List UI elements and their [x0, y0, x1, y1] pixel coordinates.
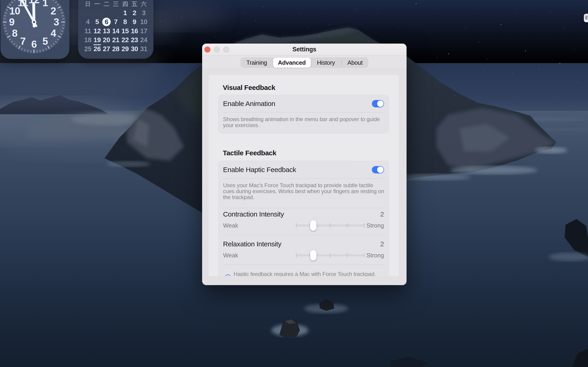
calendar-day[interactable]: 8 — [120, 17, 130, 26]
calendar-day[interactable]: 19 — [93, 35, 102, 44]
slider-tick — [330, 253, 331, 258]
slider-tick — [296, 223, 297, 228]
clock-number: 1 — [43, 0, 48, 8]
window-titlebar[interactable]: Settings — [202, 44, 406, 56]
traffic-lights — [204, 47, 229, 52]
tactile-feedback-card: Enable Haptic Feedback Uses your Mac's F… — [218, 161, 389, 276]
calendar-day[interactable]: 31 — [139, 44, 149, 53]
calendar-day — [83, 8, 93, 17]
calendar-day[interactable]: 29 — [120, 44, 130, 53]
calendar-day-header: 二 — [102, 0, 111, 8]
slider-thumb[interactable] — [310, 220, 317, 231]
tab-training[interactable]: Training — [241, 58, 273, 68]
calendar-day[interactable]: 1 — [120, 8, 130, 17]
toggle-knob — [377, 100, 384, 107]
clock-widget[interactable]: 121234567891011 — [0, 0, 69, 59]
tab-history[interactable]: History — [311, 58, 341, 68]
calendar-day[interactable]: 9 — [130, 17, 139, 26]
calendar-day[interactable]: 12 — [93, 27, 102, 35]
calendar-day — [111, 8, 121, 17]
clock-number: 8 — [12, 27, 17, 39]
calendar-day[interactable]: 15 — [120, 27, 130, 35]
contraction-slider[interactable] — [296, 225, 364, 226]
calendar-day[interactable]: 10 — [139, 17, 149, 26]
calendar-day-header: 六 — [139, 0, 149, 8]
calendar-day[interactable]: 18 — [83, 35, 93, 44]
calendar-day — [102, 8, 111, 17]
calendar-day[interactable]: 20 — [102, 35, 111, 44]
calendar-day[interactable]: 7 — [111, 17, 121, 26]
slider-tick — [296, 253, 297, 258]
calendar-day[interactable]: 5 — [93, 17, 102, 26]
calendar-day — [93, 8, 102, 17]
contraction-intensity-label: Contraction Intensity — [223, 210, 284, 218]
calendar-day[interactable]: 24 — [139, 35, 149, 44]
calendar-day-header: 日 — [83, 0, 93, 8]
calendar-day[interactable]: 16 — [130, 27, 139, 35]
tab-about[interactable]: About — [342, 58, 368, 68]
calendar-day[interactable]: 28 — [111, 44, 121, 53]
calendar-widget[interactable]: 日一二三四五六123456789101112131415161718192021… — [78, 0, 153, 59]
contraction-slider-row: Weak Strong — [219, 220, 389, 231]
slider-tick — [364, 253, 365, 258]
slider-thumb[interactable] — [310, 250, 317, 261]
calendar-day[interactable]: 23 — [130, 35, 139, 44]
contraction-intensity-row: Contraction Intensity 2 — [219, 208, 389, 220]
enable-haptic-label: Enable Haptic Feedback — [223, 166, 296, 174]
tab-toolbar: Training Advanced History About — [202, 56, 406, 68]
clock-number: 5 — [43, 35, 48, 47]
tab-segmented-control: Training Advanced History About — [241, 57, 368, 68]
enable-animation-row: Enable Animation — [219, 95, 389, 112]
calendar-day[interactable]: 14 — [111, 27, 121, 35]
calendar-day[interactable]: 4 — [83, 17, 93, 26]
relaxation-intensity-label: Relaxation Intensity — [223, 240, 281, 248]
relaxation-intensity-row: Relaxation Intensity 2 — [219, 238, 389, 250]
tactile-feedback-heading: Tactile Feedback — [223, 149, 399, 157]
relaxation-intensity-value: 2 — [380, 240, 384, 248]
slider-tick — [364, 223, 365, 228]
minimize-button[interactable] — [214, 47, 220, 52]
enable-animation-label: Enable Animation — [223, 100, 275, 108]
clock-number: 9 — [9, 16, 14, 28]
calendar-day[interactable]: 27 — [102, 44, 111, 53]
calendar-day[interactable]: 2 — [130, 8, 139, 17]
calendar-day[interactable]: 13 — [102, 27, 111, 35]
settings-window[interactable]: Settings Training Advanced History About… — [202, 44, 406, 285]
strong-label: Strong — [366, 222, 384, 229]
settings-scroll-panel[interactable]: Visual Feedback Enable Animation Shows b… — [209, 75, 399, 276]
calendar-day[interactable]: 11 — [83, 27, 93, 35]
tab-advanced[interactable]: Advanced — [273, 58, 311, 68]
calendar-day-header: 三 — [111, 0, 121, 8]
calendar-day[interactable]: 30 — [130, 44, 139, 53]
clock-number: 7 — [20, 35, 26, 47]
relaxation-slider[interactable] — [296, 254, 364, 256]
calendar-day[interactable]: 22 — [120, 35, 130, 44]
calendar-day[interactable]: 17 — [139, 27, 149, 35]
info-icon: i — [225, 274, 231, 276]
edge-widget-fragment — [584, 14, 588, 22]
calendar-day-header: 五 — [130, 0, 139, 8]
enable-haptic-toggle[interactable] — [372, 166, 384, 173]
weak-label: Weak — [223, 222, 238, 229]
slider-tick — [347, 223, 348, 228]
close-button[interactable] — [204, 47, 210, 52]
zoom-button[interactable] — [223, 47, 229, 52]
calendar-day[interactable]: 26 — [93, 44, 102, 53]
haptic-info-row: i Haptic feedback requires a Mac with Fo… — [219, 265, 389, 276]
calendar-grid: 日一二三四五六123456789101112131415161718192021… — [83, 0, 148, 53]
clock-number: 3 — [53, 16, 59, 28]
calendar-selected-day[interactable]: 6 — [102, 17, 111, 26]
calendar-day[interactable]: 25 — [83, 44, 93, 53]
enable-haptic-row: Enable Haptic Feedback — [219, 161, 389, 178]
calendar-day-header: 一 — [93, 0, 102, 8]
weak-label: Weak — [223, 252, 238, 259]
slider-tick — [330, 223, 331, 228]
enable-animation-toggle[interactable] — [372, 100, 384, 107]
calendar-day[interactable]: 3 — [139, 8, 149, 17]
animation-description: Shows breathing animation in the menu ba… — [219, 113, 389, 133]
calendar-day[interactable]: 21 — [111, 35, 121, 44]
clock-number: 2 — [51, 5, 56, 17]
relaxation-slider-row: Weak Strong — [219, 250, 389, 261]
strong-label: Strong — [366, 252, 384, 259]
visual-feedback-card: Enable Animation Shows breathing animati… — [218, 95, 389, 133]
